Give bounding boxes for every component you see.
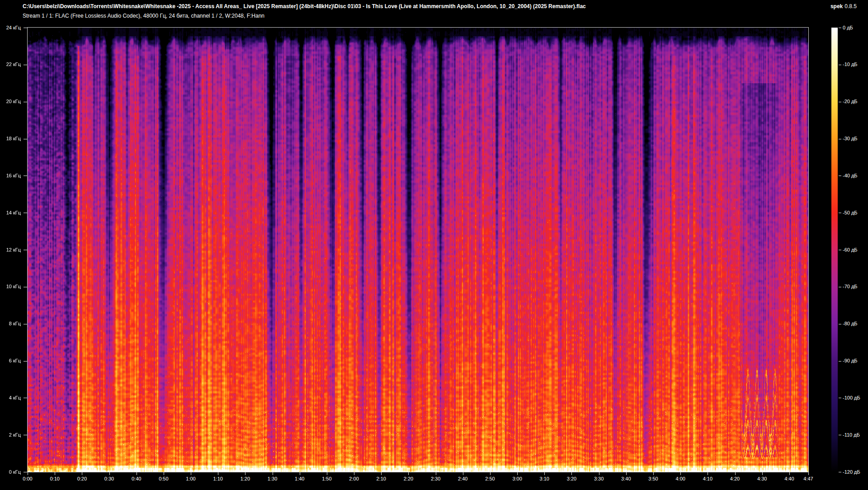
time-tick xyxy=(191,472,191,475)
freq-tick-label: 16 кГц xyxy=(0,173,21,179)
time-tick-label: 4:00 xyxy=(667,476,694,481)
freq-tick-label: 14 кГц xyxy=(0,210,21,216)
freq-tick xyxy=(24,398,27,398)
db-colorbar xyxy=(831,28,838,472)
time-tick-label: 0:10 xyxy=(41,476,68,481)
time-tick-label: 3:20 xyxy=(558,476,585,481)
db-tick-label: -30 дБ xyxy=(843,136,858,142)
time-tick xyxy=(381,472,382,475)
time-tick-label: 2:10 xyxy=(368,476,395,481)
freq-tick xyxy=(24,472,27,472)
db-tick xyxy=(839,213,841,213)
time-tick xyxy=(273,472,273,475)
file-path: C:\Users\belzi\Downloads\Torrents\Whites… xyxy=(23,3,586,10)
time-tick-label: 2:00 xyxy=(340,476,368,481)
db-tick xyxy=(839,139,841,139)
db-tick-label: -50 дБ xyxy=(843,210,858,216)
time-tick xyxy=(762,472,763,475)
time-tick xyxy=(808,472,809,475)
freq-tick xyxy=(24,361,27,362)
time-tick xyxy=(436,472,436,475)
db-tick-label: -70 дБ xyxy=(843,284,858,290)
time-tick-label: 3:40 xyxy=(613,476,640,481)
time-tick xyxy=(137,472,137,475)
freq-tick-label: 8 кГц xyxy=(0,321,21,327)
freq-tick xyxy=(24,213,27,213)
time-tick xyxy=(571,472,572,475)
freq-tick-label: 2 кГц xyxy=(0,432,21,438)
time-tick xyxy=(327,472,327,475)
db-tick xyxy=(839,398,841,398)
db-tick xyxy=(839,435,841,435)
spek-window: C:\Users\belzi\Downloads\Torrents\Whites… xyxy=(0,0,868,490)
db-tick xyxy=(839,102,841,102)
time-tick xyxy=(490,472,491,475)
db-tick-label: -110 дБ xyxy=(843,432,860,438)
time-tick xyxy=(408,472,409,475)
time-tick xyxy=(789,472,790,475)
freq-tick-label: 20 кГц xyxy=(0,99,21,105)
db-tick-label: -40 дБ xyxy=(843,173,858,179)
time-tick-label: 3:30 xyxy=(585,476,613,481)
time-tick xyxy=(109,472,110,475)
db-tick-label: -80 дБ xyxy=(843,321,858,327)
time-tick-label: 4:10 xyxy=(694,476,721,481)
db-tick xyxy=(839,324,841,324)
freq-tick xyxy=(24,102,27,102)
time-tick xyxy=(544,472,545,475)
time-tick-label: 4:20 xyxy=(722,476,749,481)
time-tick-label: 1:40 xyxy=(286,476,313,481)
time-tick xyxy=(708,472,708,475)
db-tick xyxy=(839,28,841,28)
time-tick xyxy=(82,472,82,475)
time-tick xyxy=(28,472,28,475)
app-brand: spek0.8.5 xyxy=(830,3,857,10)
db-tick xyxy=(839,287,841,287)
db-tick xyxy=(839,65,841,65)
time-tick-label: 2:20 xyxy=(395,476,422,481)
time-tick-label: 4:30 xyxy=(749,476,776,481)
time-tick xyxy=(55,472,55,475)
freq-tick xyxy=(24,176,27,176)
freq-tick xyxy=(24,65,27,65)
db-tick-label: -90 дБ xyxy=(843,358,858,364)
time-tick-label: 1:10 xyxy=(204,476,231,481)
freq-tick xyxy=(24,28,27,28)
time-tick xyxy=(463,472,463,475)
time-tick xyxy=(653,472,654,475)
app-version: 0.8.5 xyxy=(844,3,857,10)
db-tick-label: 0 дБ xyxy=(843,25,853,31)
freq-tick xyxy=(24,139,27,139)
time-tick-label: 3:10 xyxy=(531,476,558,481)
time-tick-label: 0:20 xyxy=(68,476,95,481)
time-tick-label: 1:20 xyxy=(231,476,259,481)
freq-tick-label: 18 кГц xyxy=(0,136,21,142)
db-tick-label: -20 дБ xyxy=(843,99,858,105)
freq-tick-label: 10 кГц xyxy=(0,284,21,290)
db-tick-label: -100 дБ xyxy=(843,395,860,401)
time-tick xyxy=(218,472,218,475)
time-tick-label: 0:40 xyxy=(123,476,150,481)
app-name: spek xyxy=(830,3,843,10)
time-tick xyxy=(164,472,164,475)
time-tick-label: 1:30 xyxy=(259,476,286,481)
freq-tick-label: 0 кГц xyxy=(0,469,21,475)
time-tick-label: 0:30 xyxy=(96,476,123,481)
freq-tick-label: 12 кГц xyxy=(0,247,21,253)
freq-tick-label: 6 кГц xyxy=(0,358,21,364)
time-tick-label: 1:00 xyxy=(177,476,204,481)
freq-tick-label: 24 кГц xyxy=(0,25,21,31)
freq-tick-label: 22 кГц xyxy=(0,62,21,67)
time-tick xyxy=(626,472,627,475)
time-tick xyxy=(300,472,300,475)
time-tick-label: 4:47 xyxy=(795,476,822,481)
freq-tick-label: 4 кГц xyxy=(0,395,21,401)
db-tick xyxy=(839,361,841,362)
spectrogram-canvas xyxy=(27,27,809,472)
time-tick xyxy=(245,472,245,475)
time-tick xyxy=(735,472,736,475)
db-tick xyxy=(839,176,841,176)
time-tick xyxy=(680,472,681,475)
time-tick-label: 1:50 xyxy=(313,476,340,481)
time-tick xyxy=(517,472,518,475)
